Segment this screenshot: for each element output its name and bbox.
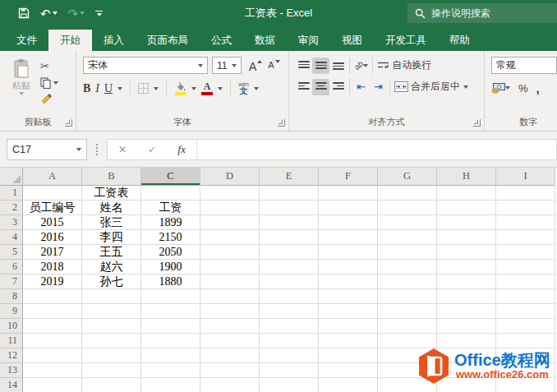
cell-C1[interactable] [141,186,200,201]
cell-B5[interactable]: 王五 [82,245,141,260]
cell-E5[interactable] [260,245,319,260]
cell-G6[interactable] [378,260,437,274]
cell-A14[interactable] [23,378,82,392]
cell-B11[interactable] [82,334,141,348]
align-left-button[interactable] [295,79,312,95]
cell-D10[interactable] [200,319,260,334]
cell-D1[interactable] [200,186,260,201]
phonetic-caret-icon[interactable] [254,87,259,90]
row-header-10[interactable]: 10 [0,319,23,334]
search-input[interactable] [431,7,538,19]
cell-A2[interactable]: 员工编号 [23,201,82,215]
cell-E12[interactable] [260,348,319,363]
cell-H5[interactable] [437,245,496,260]
cell-G7[interactable] [378,274,437,289]
formula-input[interactable] [196,140,556,159]
cell-D12[interactable] [200,348,260,363]
cell-E10[interactable] [260,319,319,334]
cell-G9[interactable] [378,304,437,319]
row-header-14[interactable]: 14 [0,378,23,392]
cell-B1[interactable]: 工资表 [82,186,141,201]
cell-H3[interactable] [437,215,496,230]
row-header-8[interactable]: 8 [0,289,23,304]
cell-B3[interactable]: 张三 [82,215,141,230]
col-header-D[interactable]: D [200,168,260,186]
phonetic-guide-button[interactable]: wén 文 [238,81,249,95]
row-header-9[interactable]: 9 [0,304,23,319]
enter-button[interactable]: ✓ [137,140,167,159]
cell-B7[interactable]: 孙七 [82,274,141,289]
tab-developer[interactable]: 开发工具 [374,30,438,51]
align-right-button[interactable] [329,79,347,95]
tab-home[interactable]: 开始 [48,30,92,51]
row-header-12[interactable]: 12 [0,348,23,363]
borders-button[interactable] [138,83,149,94]
cell-B8[interactable] [82,289,141,304]
cell-C12[interactable] [141,348,200,363]
cell-F3[interactable] [319,215,378,230]
cell-C2[interactable]: 工资 [141,201,200,215]
top-align-button[interactable] [295,58,312,74]
row-header-11[interactable]: 11 [0,334,23,348]
font-size-combobox[interactable]: 11 [212,57,242,74]
cell-H9[interactable] [437,304,496,319]
italic-button[interactable]: I [95,82,99,95]
cell-D9[interactable] [200,304,260,319]
cell-C5[interactable]: 2050 [141,245,200,260]
cell-C6[interactable]: 1900 [141,260,200,274]
cell-G8[interactable] [378,289,437,304]
wrap-text-button[interactable]: 自动换行 [375,58,433,74]
cell-G4[interactable] [378,230,437,245]
cell-E7[interactable] [260,274,319,289]
cell-F7[interactable] [319,274,378,289]
cell-F6[interactable] [319,260,378,274]
cell-A1[interactable] [23,186,82,201]
cell-G5[interactable] [378,245,437,260]
row-header-3[interactable]: 3 [0,215,23,230]
cell-B9[interactable] [82,304,141,319]
cell-G11[interactable] [378,334,437,348]
cell-A4[interactable]: 2016 [23,230,82,245]
tab-view[interactable]: 视图 [330,30,374,51]
cell-I4[interactable] [496,230,555,245]
row-header-7[interactable]: 7 [0,274,23,289]
cell-H7[interactable] [437,274,496,289]
cell-B4[interactable]: 李四 [82,230,141,245]
cell-I11[interactable] [496,334,555,348]
percent-style-button[interactable]: % [518,82,528,95]
cell-C10[interactable] [141,319,200,334]
select-all-button[interactable] [0,168,23,186]
fill-color-button[interactable] [174,82,186,95]
cell-C7[interactable]: 1880 [141,274,200,289]
cell-I9[interactable] [496,304,555,319]
increase-font-size-button[interactable]: A [249,60,262,73]
cell-D6[interactable] [200,260,260,274]
row-header-1[interactable]: 1 [0,186,23,201]
col-header-F[interactable]: F [319,168,378,186]
cell-C13[interactable] [141,363,200,378]
customize-quick-access-button[interactable] [95,11,103,16]
cut-button[interactable]: ✂ [40,60,58,72]
cell-A5[interactable]: 2017 [23,245,82,260]
cell-C14[interactable] [141,378,200,392]
underline-caret-icon[interactable] [117,87,122,90]
col-header-G[interactable]: G [378,168,437,186]
cell-B12[interactable] [82,348,141,363]
row-header-6[interactable]: 6 [0,260,23,274]
alignment-dialog-launcher-icon[interactable] [473,119,481,127]
cell-D11[interactable] [200,334,260,348]
col-header-C[interactable]: C [141,168,200,186]
underline-button[interactable]: U [104,82,113,95]
cell-A11[interactable] [23,334,82,348]
cell-E13[interactable] [260,363,319,378]
cell-F9[interactable] [319,304,378,319]
cell-G1[interactable] [378,186,437,201]
row-header-4[interactable]: 4 [0,230,23,245]
cell-C4[interactable]: 2150 [141,230,200,245]
cell-H2[interactable] [437,201,496,215]
cell-C8[interactable] [141,289,200,304]
cell-F2[interactable] [319,201,378,215]
cell-F1[interactable] [319,186,378,201]
cell-F8[interactable] [319,289,378,304]
cell-H1[interactable] [437,186,496,201]
